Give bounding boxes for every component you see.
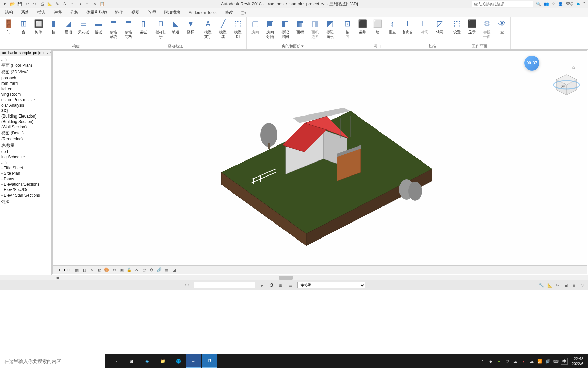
ob-r3-icon[interactable]: ✂ <box>555 282 561 288</box>
browser-tab[interactable]: ac_basic_sample_project.rvt × <box>0 50 51 56</box>
visual-style-icon[interactable]: ◧ <box>81 267 87 273</box>
lock-icon[interactable]: 🔒 <box>126 267 132 273</box>
highlight-icon[interactable]: ◢ <box>171 267 177 273</box>
ob-r4-icon[interactable]: ▣ <box>563 282 569 288</box>
taskview-icon[interactable]: ⊞ <box>124 354 139 368</box>
print-icon[interactable]: 🖨 <box>39 1 46 7</box>
chrome-icon[interactable]: 🌐 <box>171 354 186 368</box>
tray-wifi-icon[interactable]: 📶 <box>537 358 543 364</box>
close-icon[interactable]: × <box>49 51 51 55</box>
constraint-icon[interactable]: 🔗 <box>156 267 162 273</box>
ribbon-button[interactable]: ▯竖梃 <box>136 18 150 35</box>
ob-icon4[interactable]: ▤ <box>287 282 293 288</box>
browser-item[interactable]: ing Schedule <box>0 154 51 160</box>
menu-annotate[interactable]: 注释 <box>50 9 65 16</box>
browser-item[interactable]: 平面 (Floor Plan) <box>0 62 51 69</box>
browser-item[interactable]: (Building Elevation) <box>0 113 51 119</box>
browser-item[interactable]: itchen <box>0 86 51 92</box>
browser-item[interactable]: pproach <box>0 75 51 81</box>
ribbon-button[interactable]: ⬜墙 <box>370 18 385 35</box>
browser-item[interactable]: - Elev./ Stair Sections <box>0 193 51 198</box>
menu-andersen[interactable]: Andersen Tools <box>185 9 220 16</box>
user-icon[interactable]: 👤 <box>558 2 563 6</box>
ob-r5-icon[interactable]: ⊞ <box>571 282 577 288</box>
browser-item[interactable]: 3D} <box>0 108 51 113</box>
ribbon-button[interactable]: ▮柱 <box>46 18 61 35</box>
menu-modify[interactable]: 修改 <box>222 9 236 16</box>
search-input[interactable] <box>472 1 533 7</box>
menu-view[interactable]: 视图 <box>128 9 143 16</box>
menu-massing[interactable]: 体量和场地 <box>83 9 110 16</box>
crop-icon[interactable]: ✂ <box>111 267 117 273</box>
browser-item[interactable]: 视图 (3D View) <box>0 69 51 75</box>
props-icon[interactable]: ⚙ <box>149 267 155 273</box>
ribbon-button[interactable]: ▦幕墙系统 <box>106 18 120 40</box>
tag-icon[interactable]: ✎ <box>54 1 61 7</box>
viewport-3d[interactable]: 00:37 ⌂ 左 1 : 100 ▦ ◧ ☀ ◐ 🎨 ✂ ▣ 🔒 👁 ◎ ⚙ … <box>52 50 587 274</box>
app-menu-icon[interactable]: ▾ <box>1 1 8 7</box>
ribbon-button[interactable]: ⊓栏杆扶手 <box>153 18 168 40</box>
scroll-left-icon[interactable]: ◀ <box>54 275 60 280</box>
browser-item[interactable]: 链接 <box>0 199 51 205</box>
close-tab-icon[interactable]: ✕ <box>91 1 98 7</box>
tray-security-icon[interactable]: ● <box>520 358 526 364</box>
ob-r1-icon[interactable]: 🔧 <box>538 282 544 288</box>
browser-item[interactable]: - Plans <box>0 176 51 182</box>
viewcube-home-icon[interactable]: ⌂ <box>572 64 575 70</box>
ribbon-button[interactable]: ◸轴网 <box>432 18 447 35</box>
ribbon-button[interactable]: ▬楼板 <box>91 18 105 35</box>
home-icon[interactable]: ⌂ <box>69 1 76 7</box>
ime-label[interactable]: 中 <box>561 358 568 365</box>
tray-volume-icon[interactable]: 🔊 <box>545 358 551 364</box>
exchange-icon[interactable]: ✖ <box>577 2 580 6</box>
ob-r2-icon[interactable]: 📐 <box>546 282 553 288</box>
sun-path-icon[interactable]: ☀ <box>89 267 95 273</box>
browser-item[interactable]: - Title Sheet <box>0 165 51 171</box>
tray-cloud-icon[interactable]: ☁ <box>512 358 518 364</box>
ribbon-button[interactable]: ▤幕墙网格 <box>121 18 135 40</box>
ribbon-button[interactable]: 🔲构件 <box>31 18 46 35</box>
model-3d[interactable] <box>201 77 439 247</box>
favorite-icon[interactable]: ☆ <box>552 2 555 6</box>
scale-label[interactable]: 1 : 100 <box>55 268 72 272</box>
ribbon-button[interactable]: ╱模型线 <box>216 18 230 40</box>
tray-shield-icon[interactable]: 🛡 <box>504 358 510 364</box>
cortana-icon[interactable]: ○ <box>108 354 123 368</box>
ribbon-button[interactable]: ◢屋顶 <box>61 18 76 35</box>
find-icon[interactable]: 🔍 <box>536 2 541 6</box>
panel-toggle-icon[interactable]: ▢▾ <box>241 10 246 15</box>
shadows-icon[interactable]: ◐ <box>96 267 102 273</box>
list-icon[interactable]: ≡ <box>84 1 91 7</box>
ribbon-button[interactable]: 👁查 <box>495 18 509 35</box>
ribbon-button[interactable]: ⬚模型组 <box>231 18 245 40</box>
ribbon-button[interactable]: ▣房间分隔 <box>263 18 277 40</box>
ribbon-button[interactable]: ↕垂直 <box>385 18 399 35</box>
render-icon[interactable]: 🎨 <box>104 267 110 273</box>
browser-item[interactable]: - Site Plan <box>0 171 51 176</box>
browser-item[interactable]: rom Yard <box>0 81 51 86</box>
save-icon[interactable]: 💾 <box>16 1 23 7</box>
edge-icon[interactable]: ◉ <box>140 354 154 368</box>
browser-item[interactable]: (Wall Section) <box>0 124 51 130</box>
temp-hide-icon[interactable]: 👁 <box>134 267 140 273</box>
browser-item[interactable]: ving Room <box>0 92 51 97</box>
ribbon-button[interactable]: ▦面积 <box>293 18 307 35</box>
taskbar-clock[interactable]: 22:48 2022/6 <box>570 356 585 366</box>
paste-icon[interactable]: 📋 <box>99 1 105 7</box>
browser-item[interactable]: - Elevations/Sections <box>0 182 51 187</box>
arrow-icon[interactable]: ➜ <box>76 1 83 7</box>
browser-item[interactable]: 表/数量 <box>0 142 51 149</box>
text-icon[interactable]: A <box>61 1 68 7</box>
menu-collaborate[interactable]: 协作 <box>112 9 127 16</box>
ribbon-button[interactable]: A模型文字 <box>201 18 215 40</box>
analytical-icon[interactable]: ▤ <box>164 267 170 273</box>
browser-item[interactable]: (Building Section) <box>0 119 51 124</box>
ribbon-button[interactable]: ⬛竖井 <box>355 18 370 35</box>
crop-region-icon[interactable]: ▣ <box>119 267 125 273</box>
browser-item[interactable]: olar Analysis <box>0 103 51 108</box>
scrollbar-thumb[interactable] <box>279 276 293 280</box>
revit-icon[interactable]: R <box>202 354 217 368</box>
detail-level-icon[interactable]: ▦ <box>74 267 80 273</box>
ob-icon3[interactable]: ▦ <box>277 282 283 288</box>
ribbon-button[interactable]: 🚪门 <box>1 18 16 35</box>
